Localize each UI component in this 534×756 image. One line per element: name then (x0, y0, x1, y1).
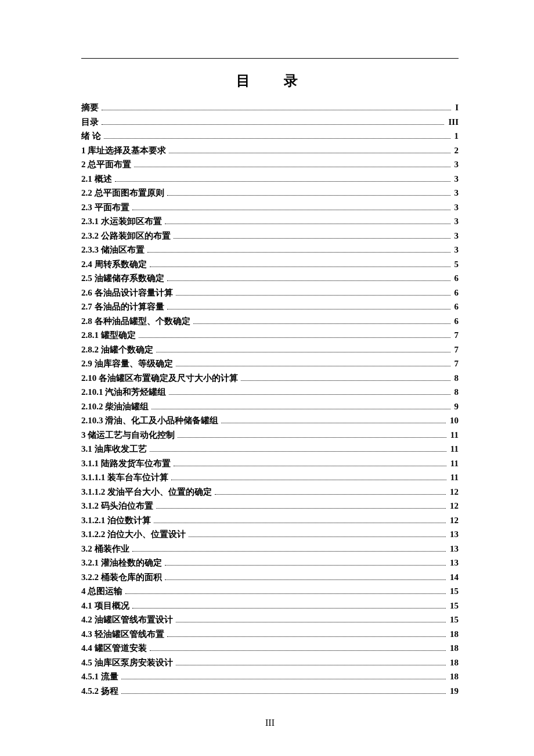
toc-entry-label: 2.10.2 柴油油罐组 (81, 399, 150, 413)
toc-entry-label: 目录 (81, 115, 100, 129)
toc-row: 2.8.1 罐型确定7 (81, 328, 459, 342)
toc-entry-page: 11 (449, 428, 459, 442)
toc-leader-dots (176, 657, 446, 665)
toc-entry-page: 6 (453, 286, 459, 300)
toc-leader-dots (178, 430, 446, 438)
toc-entry-page: 18 (449, 669, 459, 683)
toc-leader-dots (139, 330, 450, 338)
toc-leader-dots (132, 202, 450, 210)
document-page: 目录 摘要I目录III绪 论11 库址选择及基本要求22 总平面布置32.1 概… (0, 0, 534, 751)
toc-entry-label: 4.4 罐区管道安装 (81, 641, 148, 655)
toc-entry-label: 4.2 油罐区管线布置设计 (81, 613, 174, 627)
toc-leader-dots (167, 188, 450, 196)
toc-entry-page: 9 (453, 399, 459, 413)
toc-row: 4 总图运输15 (81, 584, 459, 598)
toc-entry-label: 2.9 油库容量、等级确定 (81, 357, 174, 370)
toc-entry-label: 2.3 平面布置 (81, 200, 131, 214)
toc-entry-page: 19 (449, 684, 459, 698)
toc-entry-label: 2.10 各油罐区布置确定及尺寸大小的计算 (81, 371, 239, 385)
toc-entry-page: 5 (453, 257, 459, 271)
toc-row: 2.8.2 油罐个数确定7 (81, 343, 459, 357)
toc-entry-label: 4.5.1 流量 (81, 669, 120, 683)
toc-leader-dots (215, 487, 446, 495)
toc-row: 2.3.3 储油区布置3 (81, 243, 459, 257)
toc-entry-label: 3.1.2.1 泊位数计算 (81, 513, 152, 527)
toc-entry-label: 4.5.2 扬程 (81, 684, 120, 698)
toc-entry-page: 6 (453, 300, 459, 314)
toc-entry-label: 3.1.1 陆路发货车位布置 (81, 456, 172, 470)
toc-entry-label: 3.2.1 灌油栓数的确定 (81, 556, 163, 570)
toc-entry-page: 6 (453, 271, 459, 285)
toc-entry-label: 3.1.2.2 泊位大小、位置设计 (81, 527, 187, 541)
toc-row: 2.2 总平面图布置原则3 (81, 186, 459, 200)
toc-entry-page: 3 (453, 229, 459, 243)
toc-row: 2.9 油库容量、等级确定7 (81, 357, 459, 370)
toc-leader-dots (176, 358, 450, 366)
toc-leader-dots (102, 117, 444, 125)
toc-entry-page: 18 (449, 627, 459, 641)
toc-entry-page: 8 (453, 385, 459, 399)
toc-row: 绪 论1 (81, 129, 459, 143)
toc-row: 4.3 轻油罐区管线布置18 (81, 627, 459, 641)
toc-row: 3.1.1 陆路发货车位布置11 (81, 456, 459, 470)
toc-row: 摘要I (81, 100, 459, 114)
toc-entry-label: 2 总平面布置 (81, 157, 132, 171)
toc-leader-dots (176, 614, 446, 622)
toc-leader-dots (134, 159, 450, 167)
toc-entry-label: 2.2 总平面图布置原则 (81, 186, 165, 200)
toc-entry-label: 3.1.2 码头泊位布置 (81, 499, 154, 513)
toc-row: 4.5.2 扬程19 (81, 684, 459, 698)
toc-entry-label: 3.2.2 桶装仓库的面积 (81, 570, 163, 584)
toc-entry-page: 3 (453, 172, 459, 186)
toc-entry-label: 4.3 轻油罐区管线布置 (81, 627, 165, 641)
toc-entry-page: 12 (449, 485, 459, 499)
toc-leader-dots (150, 643, 446, 651)
toc-entry-page: 6 (453, 314, 459, 328)
toc-leader-dots (167, 629, 446, 637)
toc-entry-label: 3.2 桶装作业 (81, 542, 131, 556)
toc-leader-dots (176, 287, 450, 296)
toc-row: 2.10.3 滑油、化工及小品种储备罐组10 (81, 413, 459, 427)
toc-row: 2.10.1 汽油和芳烃罐组8 (81, 385, 459, 399)
toc-entry-label: 2.3.1 水运装卸区布置 (81, 214, 163, 228)
toc-row: 2.7 各油品的计算容量6 (81, 300, 459, 314)
toc-leader-dots (167, 301, 450, 309)
toc-leader-dots (165, 557, 446, 566)
toc-entry-page: I (454, 100, 459, 114)
table-of-contents: 摘要I目录III绪 论11 库址选择及基本要求22 总平面布置32.1 概述32… (81, 100, 459, 698)
toc-row: 2.10.2 柴油油罐组9 (81, 399, 459, 413)
toc-row: 3.1.2.2 泊位大小、位置设计13 (81, 527, 459, 541)
toc-leader-dots (121, 686, 446, 694)
toc-entry-page: 15 (449, 613, 459, 627)
toc-entry-page: 13 (449, 556, 459, 570)
toc-leader-dots (156, 344, 450, 352)
toc-row: 2.3.2 公路装卸区的布置3 (81, 229, 459, 243)
toc-entry-label: 4.1 项目概况 (81, 599, 131, 613)
toc-row: 3.1.1.1 装车台车位计算11 (81, 470, 459, 484)
toc-row: 2.1 概述3 (81, 172, 459, 186)
toc-entry-label: 2.4 周转系数确定 (81, 257, 148, 271)
toc-row: 3 储运工艺与自动化控制11 (81, 428, 459, 442)
toc-entry-page: 3 (453, 214, 459, 228)
toc-entry-page: III (447, 115, 459, 129)
toc-entry-page: 11 (449, 442, 459, 456)
toc-entry-label: 2.8.2 油罐个数确定 (81, 343, 154, 357)
toc-title: 目录 (81, 71, 459, 90)
toc-entry-label: 绪 论 (81, 129, 102, 143)
toc-entry-page: 13 (449, 527, 459, 541)
toc-entry-page: 13 (449, 542, 459, 556)
toc-entry-label: 3 储运工艺与自动化控制 (81, 428, 176, 442)
toc-leader-dots (121, 671, 446, 679)
toc-leader-dots (174, 458, 446, 466)
toc-entry-label: 2.6 各油品设计容量计算 (81, 286, 174, 300)
toc-entry-label: 4 总图运输 (81, 584, 124, 598)
header-rule (81, 58, 459, 59)
toc-row: 2.3 平面布置3 (81, 200, 459, 214)
toc-row: 3.2 桶装作业13 (81, 542, 459, 556)
toc-row: 2.3.1 水运装卸区布置3 (81, 214, 459, 228)
toc-entry-label: 2.3.3 储油区布置 (81, 243, 146, 257)
title-char-left: 目 (236, 73, 256, 88)
toc-entry-label: 4.5 油库区泵房安装设计 (81, 656, 174, 669)
toc-leader-dots (147, 244, 450, 253)
toc-entry-label: 3.1.1.1 装车台车位计算 (81, 470, 169, 484)
